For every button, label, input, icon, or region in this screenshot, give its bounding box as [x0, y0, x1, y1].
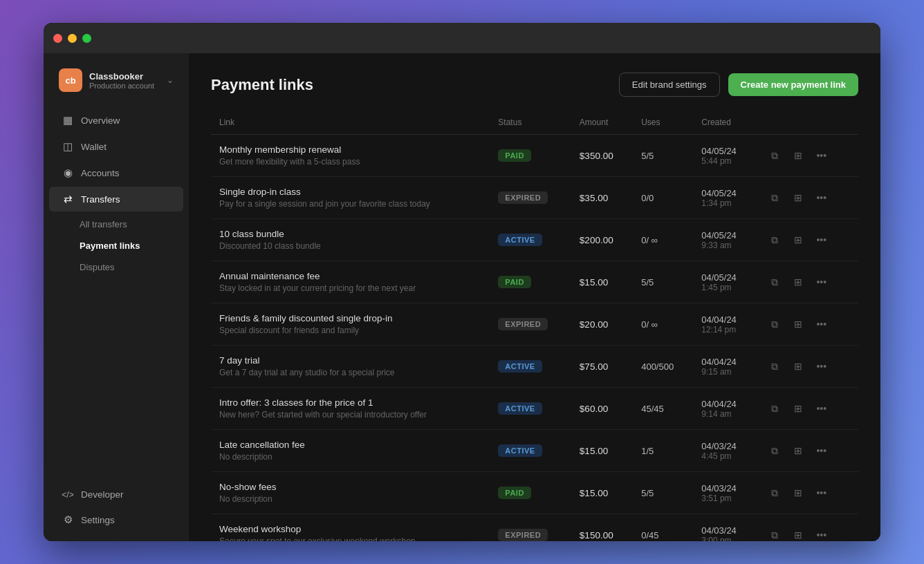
- qr-button-9[interactable]: ⊞: [788, 525, 808, 541]
- cell-created-5: 04/04/24 9:15 am: [693, 346, 757, 388]
- cell-link-7: Late cancellation fee No description: [211, 430, 490, 472]
- accounts-icon: ◉: [62, 167, 74, 179]
- link-desc-2: Discounted 10 class bundle: [219, 241, 481, 251]
- qr-button-7[interactable]: ⊞: [788, 441, 808, 460]
- header-actions: Edit brand settings Create new payment l…: [619, 73, 858, 97]
- cell-link-8: No-show fees No description: [211, 472, 490, 514]
- row-actions-5: ⧉ ⊞ •••: [765, 357, 850, 376]
- close-button[interactable]: [53, 34, 62, 43]
- qr-button-8[interactable]: ⊞: [788, 483, 808, 502]
- qr-button-4[interactable]: ⊞: [788, 314, 808, 334]
- more-button-5[interactable]: •••: [812, 357, 831, 376]
- row-actions-6: ⧉ ⊞ •••: [765, 399, 850, 418]
- created-date-7: 04/03/24: [701, 441, 748, 451]
- settings-icon: ⚙: [62, 514, 74, 526]
- cell-created-0: 04/05/24 5:44 pm: [693, 135, 757, 177]
- qr-button-1[interactable]: ⊞: [788, 188, 808, 207]
- qr-button-3[interactable]: ⊞: [788, 272, 808, 292]
- traffic-lights: [53, 34, 91, 43]
- cell-actions-8: ⧉ ⊞ •••: [757, 472, 858, 514]
- sidebar-item-disputes[interactable]: Disputes: [49, 257, 183, 277]
- cell-amount-3: $15.00: [571, 261, 633, 303]
- sidebar-item-accounts[interactable]: ◉ Accounts: [49, 160, 183, 185]
- sidebar-item-developer[interactable]: </> Developer: [49, 483, 183, 506]
- sidebar-item-wallet[interactable]: ◫ Wallet: [49, 134, 183, 159]
- account-info: Classbooker Production account: [89, 71, 160, 90]
- account-selector[interactable]: cb Classbooker Production account ⌄: [49, 62, 183, 99]
- created-date-6: 04/04/24: [701, 399, 748, 409]
- created-time-0: 5:44 pm: [701, 156, 748, 166]
- minimize-button[interactable]: [68, 34, 77, 43]
- col-header-status: Status: [490, 111, 571, 135]
- edit-brand-settings-button[interactable]: Edit brand settings: [619, 73, 720, 97]
- qr-button-0[interactable]: ⊞: [788, 146, 808, 165]
- sidebar-item-transfers-label: Transfers: [81, 194, 120, 205]
- more-button-2[interactable]: •••: [812, 230, 831, 250]
- account-sub: Production account: [89, 82, 160, 90]
- amount-9: $150.00: [580, 530, 613, 540]
- col-header-created: Created: [693, 111, 757, 135]
- created-time-8: 3:51 pm: [701, 494, 748, 503]
- cell-created-1: 04/05/24 1:34 pm: [693, 177, 757, 219]
- status-badge-7: ACTIVE: [498, 444, 542, 457]
- cell-link-5: 7 day trial Get a 7 day trial at any stu…: [211, 346, 490, 388]
- account-avatar: cb: [59, 68, 82, 92]
- sidebar-item-accounts-label: Accounts: [81, 168, 120, 178]
- sidebar-item-all-transfers[interactable]: All transfers: [49, 214, 183, 234]
- copy-button-1[interactable]: ⧉: [765, 188, 784, 207]
- link-desc-0: Get more flexibility with a 5-class pass: [219, 157, 481, 167]
- copy-button-4[interactable]: ⧉: [765, 314, 784, 334]
- sidebar-item-developer-label: Developer: [81, 489, 124, 500]
- cell-status-0: PAID: [490, 135, 571, 177]
- cell-link-0: Monthly membership renewal Get more flex…: [211, 135, 490, 177]
- copy-button-6[interactable]: ⧉: [765, 399, 784, 418]
- sidebar-item-overview-label: Overview: [81, 115, 120, 126]
- link-name-4: Friends & family discounted single drop-…: [219, 313, 481, 323]
- more-button-9[interactable]: •••: [812, 525, 831, 541]
- more-button-4[interactable]: •••: [812, 314, 831, 334]
- copy-button-8[interactable]: ⧉: [765, 483, 784, 502]
- cell-amount-1: $35.00: [571, 177, 633, 219]
- cell-status-1: EXPIRED: [490, 177, 571, 219]
- table-row: Single drop-in class Pay for a single se…: [211, 177, 858, 219]
- more-button-1[interactable]: •••: [812, 188, 831, 207]
- more-button-7[interactable]: •••: [812, 441, 831, 460]
- copy-button-7[interactable]: ⧉: [765, 441, 784, 460]
- uses-2: 0/ ∞: [641, 235, 658, 245]
- maximize-button[interactable]: [82, 34, 91, 43]
- copy-button-2[interactable]: ⧉: [765, 230, 784, 250]
- cell-status-2: ACTIVE: [490, 219, 571, 261]
- cell-actions-6: ⧉ ⊞ •••: [757, 388, 858, 430]
- cell-uses-2: 0/ ∞: [633, 219, 693, 261]
- qr-button-2[interactable]: ⊞: [788, 230, 808, 250]
- more-button-0[interactable]: •••: [812, 146, 831, 165]
- copy-button-0[interactable]: ⧉: [765, 146, 784, 165]
- amount-5: $75.00: [580, 361, 608, 372]
- cell-actions-9: ⧉ ⊞ •••: [757, 514, 858, 542]
- cell-actions-0: ⧉ ⊞ •••: [757, 135, 858, 177]
- create-payment-link-button[interactable]: Create new payment link: [728, 73, 858, 96]
- sidebar-item-transfers[interactable]: ⇄ Transfers: [49, 187, 183, 212]
- table-row: Friends & family discounted single drop-…: [211, 303, 858, 346]
- sidebar-item-settings[interactable]: ⚙ Settings: [49, 507, 183, 532]
- qr-button-5[interactable]: ⊞: [788, 357, 808, 376]
- sidebar-item-payment-links[interactable]: Payment links: [49, 236, 183, 256]
- more-button-8[interactable]: •••: [812, 483, 831, 502]
- copy-button-9[interactable]: ⧉: [765, 525, 784, 541]
- copy-button-5[interactable]: ⧉: [765, 357, 784, 376]
- created-time-1: 1:34 pm: [701, 198, 748, 208]
- more-button-3[interactable]: •••: [812, 272, 831, 292]
- created-date-5: 04/04/24: [701, 357, 748, 367]
- sidebar: cb Classbooker Production account ⌄ ▦ Ov…: [44, 53, 189, 541]
- uses-0: 5/5: [641, 151, 654, 161]
- copy-button-3[interactable]: ⧉: [765, 272, 784, 292]
- link-name-3: Annual maintenance fee: [219, 271, 481, 281]
- more-button-6[interactable]: •••: [812, 399, 831, 418]
- cell-created-3: 04/05/24 1:45 pm: [693, 261, 757, 303]
- titlebar: [44, 23, 880, 53]
- cell-link-1: Single drop-in class Pay for a single se…: [211, 177, 490, 219]
- app-window: cb Classbooker Production account ⌄ ▦ Ov…: [44, 23, 880, 541]
- sidebar-item-overview[interactable]: ▦ Overview: [49, 108, 183, 133]
- cell-created-8: 04/03/24 3:51 pm: [693, 472, 757, 514]
- qr-button-6[interactable]: ⊞: [788, 399, 808, 418]
